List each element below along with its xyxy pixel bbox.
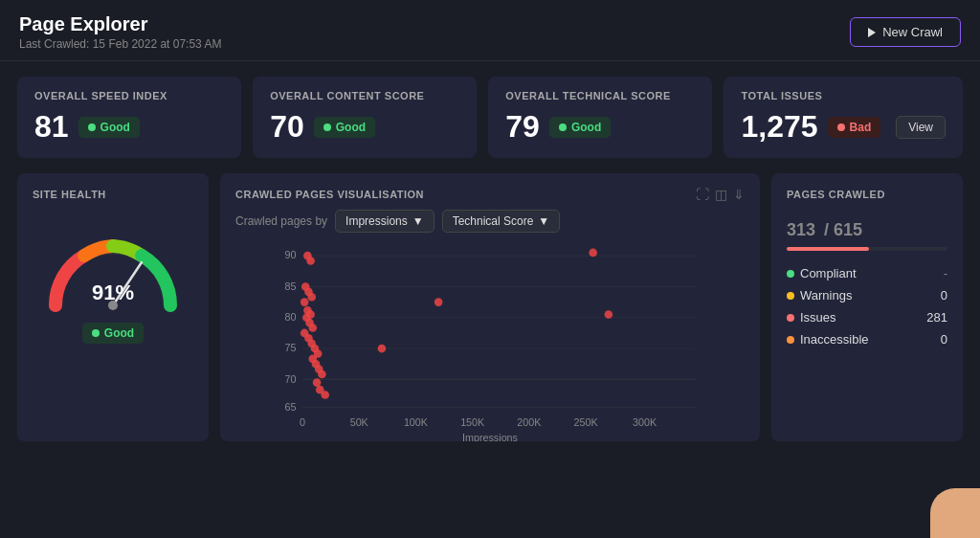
compliant-dot [787, 270, 794, 278]
stat-row-inaccessible-left: Inaccessible [787, 332, 869, 347]
grid-icon[interactable]: ◫ [715, 187, 727, 202]
total-issues-label: TOTAL ISSUES [741, 90, 946, 101]
progress-bar [787, 247, 869, 251]
warnings-label: Warnings [800, 288, 852, 303]
site-health-dot [92, 329, 100, 337]
stat-row-inaccessible: Inaccessible 0 [787, 332, 947, 347]
scatter-chart: 90 85 80 75 70 65 0 50K 100K [235, 240, 745, 441]
svg-text:75: 75 [285, 342, 297, 353]
total-issues-badge-label: Bad [850, 121, 872, 134]
stat-row-warnings: Warnings 0 [787, 288, 947, 303]
speed-index-badge-label: Good [100, 121, 130, 134]
site-health-label: SITE HEALTH [33, 189, 106, 200]
page-title: Page Explorer [19, 13, 221, 35]
crawled-pages-by-label: Crawled pages by [235, 214, 327, 228]
warnings-value: 0 [941, 288, 947, 303]
content-score-badge-label: Good [336, 121, 366, 134]
download-icon[interactable]: ⇓ [733, 187, 745, 202]
stat-row-compliant: Compliant - [787, 266, 947, 280]
svg-text:50K: 50K [350, 416, 369, 428]
stat-row-warnings-left: Warnings [787, 288, 852, 303]
speed-index-badge: Good [78, 117, 140, 138]
svg-point-45 [378, 345, 387, 353]
bottom-row: SITE HEALTH 91% [17, 173, 963, 441]
impressions-label: Impressions [345, 214, 408, 228]
avatar[interactable] [930, 488, 980, 538]
metrics-row: OVERALL SPEED INDEX 81 Good OVERALL CONT… [17, 77, 963, 158]
svg-point-32 [308, 324, 317, 332]
new-crawl-label: New Crawl [882, 25, 943, 39]
site-health-badge: Good [82, 323, 144, 344]
svg-point-26 [307, 293, 316, 302]
svg-text:300K: 300K [633, 416, 657, 428]
total-issues-value-row: 1,275 Bad View [741, 109, 946, 145]
total-issues-value: 1,275 [741, 109, 817, 145]
speed-index-label: OVERALL SPEED INDEX [34, 90, 224, 101]
play-icon [868, 28, 876, 37]
content-score-card: OVERALL CONTENT SCORE 70 Good [253, 77, 477, 158]
speed-index-dot [88, 123, 96, 131]
gauge-percentage: 91% [92, 280, 134, 305]
progress-bar-container [787, 247, 947, 251]
new-crawl-button[interactable]: New Crawl [850, 17, 961, 47]
technical-score-value-row: 79 Good [505, 109, 695, 145]
view-issues-button[interactable]: View [896, 116, 946, 139]
technical-score-chevron-icon: ▼ [538, 214, 549, 228]
pages-crawled-value: 313 / 615 [787, 208, 947, 243]
content-score-label: OVERALL CONTENT SCORE [270, 90, 459, 101]
technical-score-badge: Good [549, 117, 611, 138]
technical-score-dropdown-label: Technical Score [453, 214, 534, 228]
speed-index-value-row: 81 Good [34, 109, 224, 145]
technical-score-dot [559, 123, 567, 131]
issues-value: 281 [926, 310, 947, 325]
svg-text:65: 65 [285, 401, 297, 413]
svg-point-44 [321, 391, 329, 399]
svg-text:0: 0 [300, 416, 305, 428]
pages-crawled-label: PAGES CRAWLED [787, 189, 947, 200]
vis-title: CRAWLED PAGES VISUALISATION [235, 189, 424, 200]
svg-point-27 [301, 298, 309, 306]
content-score-badge: Good [314, 117, 375, 138]
impressions-dropdown[interactable]: Impressions ▼ [335, 210, 434, 233]
content-score-dot [323, 123, 331, 131]
total-issues-dot [837, 123, 845, 131]
total-issues-card: TOTAL ISSUES 1,275 Bad View [724, 77, 963, 158]
speed-index-value: 81 [34, 109, 69, 145]
site-health-badge-label: Good [104, 326, 134, 340]
svg-text:Impressions: Impressions [462, 432, 518, 441]
issues-label: Issues [800, 310, 836, 325]
svg-point-42 [313, 378, 322, 387]
svg-text:80: 80 [285, 311, 297, 323]
inaccessible-label: Inaccessible [800, 332, 869, 347]
stat-row-compliant-left: Compliant [787, 266, 857, 280]
content-score-value: 70 [270, 109, 304, 145]
technical-score-value: 79 [505, 109, 540, 145]
stat-row-issues-left: Issues [787, 310, 836, 325]
compliant-value: - [944, 266, 947, 280]
svg-point-41 [318, 370, 326, 379]
header-left: Page Explorer Last Crawled: 15 Feb 2022 … [19, 13, 221, 51]
svg-point-46 [434, 298, 443, 306]
stat-row-issues: Issues 281 [787, 310, 947, 325]
content-score-value-row: 70 Good [270, 109, 459, 145]
svg-text:250K: 250K [574, 416, 599, 428]
svg-text:150K: 150K [460, 416, 485, 428]
technical-score-badge-label: Good [571, 121, 601, 134]
technical-score-label: OVERALL TECHNICAL SCORE [505, 90, 695, 101]
vis-icons: ⛶ ◫ ⇓ [696, 187, 745, 202]
fullscreen-icon[interactable]: ⛶ [696, 187, 709, 202]
speed-index-card: OVERALL SPEED INDEX 81 Good [17, 77, 241, 158]
svg-text:200K: 200K [517, 416, 542, 428]
svg-point-47 [589, 249, 597, 258]
total-issues-badge: Bad [828, 117, 881, 138]
main-content: OVERALL SPEED INDEX 81 Good OVERALL CONT… [0, 61, 980, 457]
impressions-chevron-icon: ▼ [412, 214, 424, 228]
inaccessible-value: 0 [941, 332, 947, 347]
technical-score-card: OVERALL TECHNICAL SCORE 79 Good [488, 77, 712, 158]
pages-crawled-number: 313 [787, 220, 815, 239]
svg-text:85: 85 [285, 280, 297, 292]
inaccessible-dot [787, 336, 794, 344]
svg-text:70: 70 [285, 373, 297, 385]
technical-score-dropdown[interactable]: Technical Score ▼ [442, 210, 561, 233]
compliant-label: Compliant [800, 266, 857, 280]
